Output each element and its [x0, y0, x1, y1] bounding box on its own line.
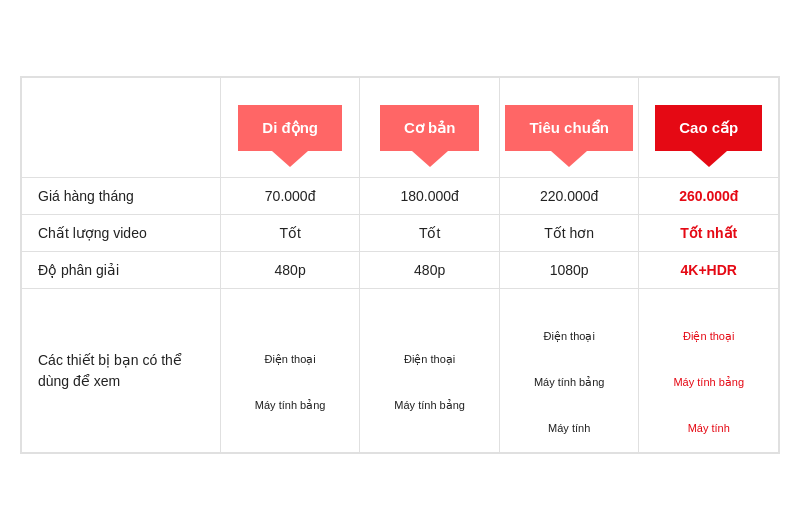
col-standard-header: Tiêu chuẩn	[499, 78, 639, 178]
price-row: Giá hàng tháng 70.000đ 180.000đ 220.000đ…	[22, 178, 779, 215]
phone-label-basic: Điện thoại	[404, 353, 455, 366]
col-basic-header: Cơ bản	[360, 78, 499, 178]
quality-mobile: Tốt	[220, 215, 360, 252]
devices-mobile: Điện thoại Máy tính bảng	[220, 289, 360, 453]
resolution-standard: 1080p	[499, 252, 639, 289]
standard-banner-label: Tiêu chuẩn	[505, 105, 633, 151]
phone-label-mobile: Điện thoại	[264, 353, 315, 366]
quality-premium: Tốt nhất	[639, 215, 779, 252]
devices-standard: Điện thoại Máy tính bảng	[499, 289, 639, 453]
tablet-label-premium: Máy tính bảng	[673, 376, 744, 389]
price-basic: 180.000đ	[360, 178, 499, 215]
comparison-table: Di động Cơ bản Tiêu chuẩn Cao cấp	[20, 76, 780, 454]
quality-standard: Tốt hơn	[499, 215, 639, 252]
resolution-premium: 4K+HDR	[639, 252, 779, 289]
col-mobile-header: Di động	[220, 78, 360, 178]
tablet-label-mobile: Máy tính bảng	[255, 399, 326, 412]
price-premium: 260.000đ	[639, 178, 779, 215]
empty-header	[22, 78, 221, 178]
quality-basic: Tốt	[360, 215, 499, 252]
laptop-label-premium: Máy tính	[688, 422, 730, 434]
resolution-mobile: 480p	[220, 252, 360, 289]
mobile-banner-label: Di động	[238, 105, 342, 151]
premium-tablet-item: Máy tính bảng	[673, 353, 744, 389]
devices-basic: Điện thoại Máy tính bảng	[360, 289, 499, 453]
standard-phone-item: Điện thoại	[544, 307, 595, 343]
phone-label-premium: Điện thoại	[683, 330, 734, 343]
quality-label: Chất lượng video	[22, 215, 221, 252]
premium-phone-item: Điện thoại	[683, 307, 734, 343]
price-label: Giá hàng tháng	[22, 178, 221, 215]
basic-tablet-item: Máy tính bảng	[394, 376, 465, 412]
tablet-label-standard: Máy tính bảng	[534, 376, 605, 389]
devices-label: Các thiết bị bạn có thể dùng để xem	[22, 289, 221, 453]
laptop-label-standard: Máy tính	[548, 422, 590, 434]
mobile-tablet-item: Máy tính bảng	[255, 376, 326, 412]
devices-premium: Điện thoại Máy tính bảng	[639, 289, 779, 453]
price-mobile: 70.000đ	[220, 178, 360, 215]
resolution-label: Độ phân giải	[22, 252, 221, 289]
price-standard: 220.000đ	[499, 178, 639, 215]
quality-row: Chất lượng video Tốt Tốt Tốt hơn Tốt nhấ…	[22, 215, 779, 252]
premium-banner-label: Cao cấp	[655, 105, 762, 151]
premium-laptop-item: Máy tính	[688, 399, 730, 434]
basic-banner-label: Cơ bản	[380, 105, 479, 151]
basic-phone-item: Điện thoại	[404, 330, 455, 366]
col-premium-header: Cao cấp	[639, 78, 779, 178]
resolution-basic: 480p	[360, 252, 499, 289]
devices-row: Các thiết bị bạn có thể dùng để xem Điện…	[22, 289, 779, 453]
standard-tablet-item: Máy tính bảng	[534, 353, 605, 389]
tablet-label-basic: Máy tính bảng	[394, 399, 465, 412]
phone-label-standard: Điện thoại	[544, 330, 595, 343]
mobile-phone-item: Điện thoại	[264, 330, 315, 366]
resolution-row: Độ phân giải 480p 480p 1080p 4K+HDR	[22, 252, 779, 289]
standard-laptop-item: Máy tính	[548, 399, 590, 434]
